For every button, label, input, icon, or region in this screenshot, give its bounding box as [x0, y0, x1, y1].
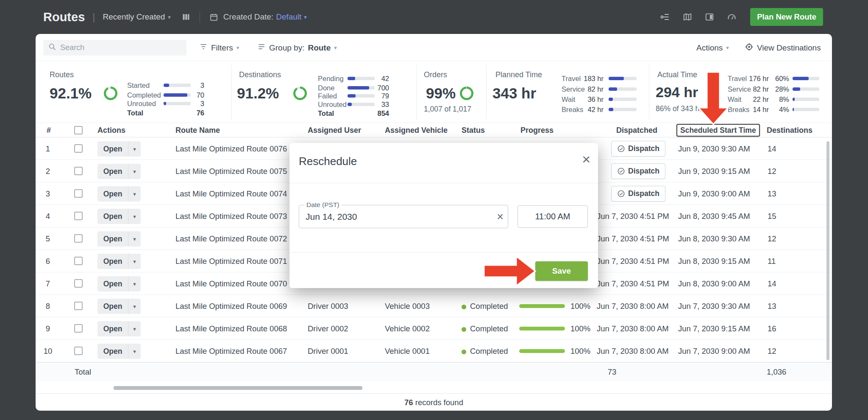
open-button[interactable]: Open▾	[97, 299, 141, 314]
column-header-progress[interactable]: Progress	[520, 123, 554, 137]
dispatched-time: Jun 7, 2030 4:51 PM	[597, 205, 669, 227]
open-button[interactable]: Open▾	[97, 276, 141, 291]
open-button[interactable]: Open▾	[97, 164, 141, 179]
open-button[interactable]: Open▾	[97, 254, 141, 269]
view-columns-icon[interactable]	[182, 13, 190, 21]
column-header-status[interactable]: Status	[462, 123, 485, 137]
plan-new-route-button[interactable]: Plan New Route	[750, 8, 823, 26]
chevron-down-icon[interactable]: ▾	[128, 299, 141, 314]
progress-percent: 100%	[570, 340, 590, 362]
stat-row-value: 70	[181, 91, 204, 99]
column-header-num[interactable]: #	[47, 123, 51, 137]
row-number: 2	[40, 160, 56, 182]
group-by-dropdown[interactable]: Group by: Route ▾	[257, 40, 337, 56]
chevron-down-icon[interactable]: ▾	[128, 254, 141, 269]
time-field[interactable]	[517, 205, 588, 228]
created-date-dropdown[interactable]: Created Date: Default ▾	[223, 12, 307, 22]
route-name: Last Mile Optimized Route 0067	[175, 340, 287, 362]
open-button[interactable]: Open▾	[97, 231, 141, 246]
created-date-value: Default	[276, 12, 301, 22]
column-header-route-name[interactable]: Route Name	[175, 123, 220, 137]
time-input[interactable]	[518, 206, 587, 227]
view-destinations-button[interactable]: View Destinations	[745, 40, 821, 56]
open-button[interactable]: Open▾	[97, 141, 141, 157]
chevron-down-icon[interactable]: ▾	[128, 164, 141, 179]
column-header-assigned-user[interactable]: Assigned User	[308, 123, 361, 137]
topbar-icon-group	[660, 12, 737, 22]
dispatch-button[interactable]: Dispatch	[611, 141, 665, 157]
stat-row-label: Unrouted	[127, 100, 156, 108]
row-checkbox[interactable]	[74, 324, 83, 333]
row-checkbox[interactable]	[74, 167, 83, 175]
dispatch-button[interactable]: Dispatch	[611, 186, 665, 202]
row-checkbox[interactable]	[74, 257, 83, 265]
table-row: 10 Open▾ Last Mile Optimized Route 0067 …	[36, 340, 832, 362]
search-box[interactable]	[43, 40, 186, 56]
assigned-user: Driver 0001	[308, 340, 348, 362]
route-name: Last Mile Optimized Route 0073	[175, 205, 287, 227]
assigned-user: Driver 0003	[308, 295, 348, 317]
date-field-label: Date (PST)	[304, 201, 342, 209]
dispatched-time: Jun 7, 2030 8:00 AM	[597, 340, 669, 362]
stat-bar	[793, 98, 819, 101]
open-button[interactable]: Open▾	[97, 209, 141, 224]
save-button[interactable]: Save	[535, 261, 588, 281]
reschedule-dialog: Reschedule × Date (PST) × Save	[289, 143, 598, 288]
divider	[289, 252, 598, 252]
date-field[interactable]: Date (PST) ×	[299, 205, 508, 228]
vertical-scrollbar[interactable]	[826, 141, 829, 360]
row-checkbox[interactable]	[74, 302, 83, 310]
row-checkbox[interactable]	[74, 234, 83, 243]
open-button-label: Open	[97, 276, 128, 291]
chevron-down-icon[interactable]: ▾	[128, 344, 141, 359]
dispatch-button[interactable]: Dispatch	[611, 163, 665, 179]
divider	[231, 64, 232, 120]
routing-icon[interactable]	[660, 12, 670, 22]
actions-dropdown[interactable]: Actions ▾	[696, 40, 729, 56]
chevron-down-icon[interactable]: ▾	[128, 231, 141, 246]
filters-button[interactable]: Filters ▾	[199, 40, 239, 56]
search-input[interactable]	[60, 43, 181, 52]
column-header-dispatched[interactable]: Dispatched	[616, 123, 657, 137]
sort-order-dropdown[interactable]: Recently Created ▾	[103, 12, 171, 22]
column-header-assigned-vehicle[interactable]: Assigned Vehicle	[385, 123, 448, 137]
chevron-down-icon[interactable]: ▾	[128, 186, 141, 202]
route-name: Last Mile Optimized Route 0071	[175, 250, 287, 272]
chevron-down-icon[interactable]: ▾	[128, 141, 141, 157]
clear-icon[interactable]: ×	[497, 210, 504, 223]
row-checkbox[interactable]	[74, 144, 83, 153]
chevron-down-icon[interactable]: ▾	[128, 209, 141, 224]
row-checkbox[interactable]	[74, 189, 83, 198]
dispatch-button-label: Dispatch	[628, 144, 659, 153]
open-button-label: Open	[97, 254, 128, 269]
stat-row-label: Started	[127, 81, 150, 90]
panel-layout-icon[interactable]	[705, 12, 714, 22]
chevron-down-icon[interactable]: ▾	[128, 276, 141, 291]
row-checkbox[interactable]	[74, 279, 83, 288]
gauge-icon[interactable]	[727, 12, 737, 22]
stat-row-pct: 4%	[772, 106, 789, 114]
open-button[interactable]: Open▾	[97, 344, 141, 359]
close-icon[interactable]: ×	[582, 151, 590, 167]
dispatch-button-label: Dispatch	[628, 167, 659, 176]
map-icon[interactable]	[683, 12, 692, 22]
stat-bar	[609, 87, 637, 91]
destinations-percent: 91.2%	[237, 85, 279, 102]
records-count: 76	[404, 398, 413, 407]
actual-time-value: 294 hr	[656, 84, 698, 101]
chevron-down-icon[interactable]: ▾	[128, 321, 141, 336]
column-header-destinations[interactable]: Destinations	[767, 123, 812, 137]
actions-label: Actions	[696, 43, 723, 53]
open-button[interactable]: Open▾	[97, 186, 141, 202]
column-header-actions[interactable]: Actions	[97, 123, 125, 137]
row-checkbox[interactable]	[74, 212, 83, 220]
table-row: 8 Open▾ Last Mile Optimized Route 0069 D…	[36, 295, 832, 317]
open-button[interactable]: Open▾	[97, 321, 141, 336]
row-checkbox[interactable]	[74, 347, 83, 355]
select-all-checkbox[interactable]	[74, 126, 83, 134]
stat-bar	[793, 87, 819, 91]
horizontal-scrollbar[interactable]	[114, 386, 362, 390]
assigned-vehicle: Vehicle 0001	[385, 340, 430, 362]
divider	[416, 64, 417, 120]
open-button-label: Open	[97, 231, 128, 246]
